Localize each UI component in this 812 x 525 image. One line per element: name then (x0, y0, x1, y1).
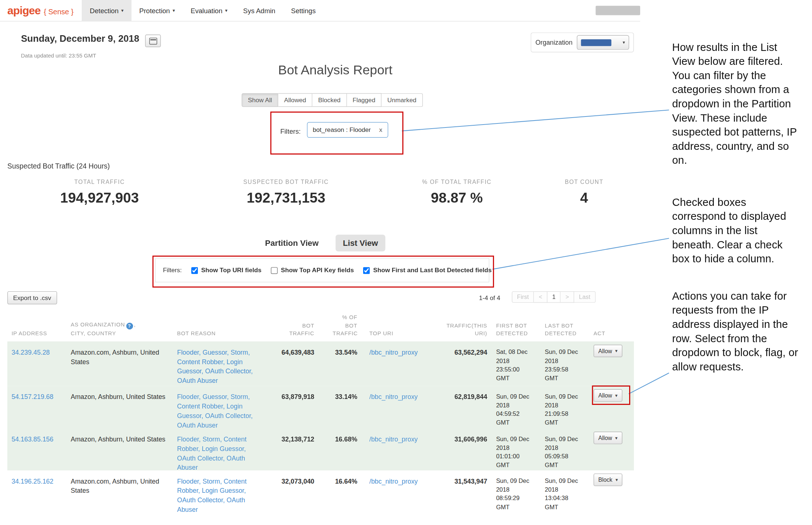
nav-settings[interactable]: Settings (283, 0, 324, 21)
organization-label: Organization (535, 39, 572, 46)
first-bot-detected-cell: Sun, 09 Dec 2018 01:01:00 GMT (496, 435, 539, 470)
chevron-down-icon: ▾ (615, 393, 617, 398)
pagination-prev-button[interactable]: < (534, 291, 547, 303)
act-cell: Allow ▾ (594, 389, 630, 402)
action-label: Block (598, 477, 612, 483)
filter-tag-bot-reason[interactable]: bot_reason : Flooder x (307, 122, 388, 138)
column-header-traffic-this-uri: TRAFFIC(THIS URI) (435, 321, 487, 337)
last-bot-detected-cell: Sun, 09 Dec 2018 23:59:58 GMT (545, 348, 587, 382)
nav-evaluation-label: Evaluation (191, 7, 222, 14)
column-header-pct-bot-traffic: % OF BOT TRAFFIC (333, 313, 357, 337)
pagination-next-button[interactable]: > (561, 291, 574, 303)
top-uri-link[interactable]: /bbc_nitro_proxy (369, 392, 429, 402)
tab-flagged[interactable]: Flagged (347, 93, 381, 107)
table-header: IP ADDRESS AS ORGANIZATION?, CITY, COUNT… (7, 308, 634, 342)
help-icon[interactable]: ? (126, 322, 133, 329)
organization-dropdown[interactable]: ▾ (577, 35, 629, 50)
nav-settings-label: Settings (291, 7, 315, 14)
status-tab-group: Show All Allowed Blocked Flagged Unmarke… (241, 93, 422, 107)
apigee-sense-logo[interactable]: apigee { Sense } (7, 4, 74, 16)
stat-label: BOT COUNT (500, 179, 668, 185)
nav-protection-label: Protection (139, 7, 170, 14)
column-header-top-uri: TOP URI (369, 329, 429, 337)
column-header-text: CITY, COUNTRY (71, 329, 173, 337)
bot-reason-links[interactable]: Flooder, Guessor, Storm, Content Robber,… (177, 392, 260, 430)
pagination-first-button[interactable]: First (512, 291, 534, 303)
annotation-filter-note: How results in the List View below are f… (672, 40, 800, 167)
pct-bot-traffic-cell: 16.64% (333, 477, 357, 486)
checkbox-input[interactable] (363, 267, 370, 274)
checkbox-input[interactable] (191, 267, 198, 274)
export-csv-button[interactable]: Export to .csv (7, 291, 57, 304)
checkbox-input[interactable] (271, 267, 278, 274)
top-uri-link[interactable]: /bbc_nitro_proxy (369, 348, 429, 357)
action-dropdown-button[interactable]: Allow ▾ (594, 389, 622, 402)
checkbox-label: Show Top URI fields (201, 267, 262, 274)
act-cell: Block ▾ (594, 473, 630, 486)
tab-show-all[interactable]: Show All (241, 93, 278, 107)
tab-unmarked[interactable]: Unmarked (381, 93, 422, 107)
page-title: Bot Analysis Report (278, 62, 392, 77)
tab-list-view[interactable]: List View (336, 234, 385, 251)
date-picker-button[interactable] (145, 34, 161, 47)
bot-reason-links[interactable]: Flooder, Storm, Content Robber, Login Gu… (177, 477, 260, 515)
nav-sys-admin[interactable]: Sys Admin (235, 0, 283, 21)
stat-label: SUSPECTED BOT TRAFFIC (202, 179, 370, 185)
ip-link[interactable]: 54.157.219.68 (11, 392, 64, 402)
top-uri-link[interactable]: /bbc_nitro_proxy (369, 477, 429, 486)
column-header-ip: IP ADDRESS (11, 329, 64, 337)
checkbox-label: Show First and Last Bot Detected fields (373, 267, 492, 274)
action-dropdown-button[interactable]: Allow ▾ (594, 432, 622, 444)
ip-link[interactable]: 34.196.25.162 (11, 477, 64, 486)
ip-link[interactable]: 34.239.45.28 (11, 348, 64, 357)
action-dropdown-button[interactable]: Block ▾ (594, 473, 623, 486)
traffic-this-uri-cell: 31,606,996 (435, 435, 487, 444)
bot-reason-links[interactable]: Flooder, Guessor, Storm, Content Robber,… (177, 348, 260, 386)
checkbox-show-top-api-key[interactable]: Show Top API Key fields (271, 267, 354, 274)
nav-evaluation[interactable]: Evaluation ▾ (183, 0, 235, 21)
table-row: 34.239.45.28 Amazon.com, Ashburn, United… (7, 341, 634, 386)
pagination-range: 1-4 of 4 (443, 294, 500, 302)
first-bot-detected-cell: Sun, 09 Dec 2018 04:59:52 GMT (496, 392, 539, 427)
action-dropdown-button[interactable]: Allow ▾ (594, 345, 622, 357)
organization-value-redacted (581, 39, 611, 46)
table-row: 54.157.219.68 Amazon, Ashburn, United St… (7, 386, 634, 429)
checkbox-show-top-uri[interactable]: Show Top URI fields (191, 267, 262, 274)
first-bot-detected-cell: Sun, 09 Dec 2018 08:59:29 GMT (496, 477, 539, 511)
page: apigee { Sense } Detection ▾ Protection … (0, 0, 812, 525)
stat-suspected-bot-traffic: SUSPECTED BOT TRAFFIC 192,731,153 (202, 179, 370, 207)
annotation-checkbox-note: Checked boxes correspond to displayed co… (672, 195, 800, 266)
close-icon[interactable]: x (379, 126, 383, 134)
bot-reason-links[interactable]: Flooder, Storm, Content Robber, Login Gu… (177, 435, 260, 473)
tab-allowed[interactable]: Allowed (278, 93, 313, 107)
pagination-page-1[interactable]: 1 (547, 291, 561, 303)
nav-menu: Detection ▾ Protection ▾ Evaluation ▾ Sy… (82, 0, 324, 21)
checkbox-show-first-last-bot[interactable]: Show First and Last Bot Detected fields (363, 267, 491, 274)
report-date: Sunday, December 9, 2018 (21, 33, 139, 44)
act-cell: Allow ▾ (594, 432, 630, 444)
act-cell: Allow ▾ (594, 345, 630, 357)
annotation-actions-note: Actions you can take for requests from t… (672, 289, 800, 374)
sense-wordmark: { Sense } (44, 7, 73, 16)
column-header-text: AS ORGANIZATION (71, 321, 125, 327)
section-title-suspected-traffic: Suspected Bot Traffic (24 Hours) (7, 162, 110, 170)
last-bot-detected-cell: Sun, 09 Dec 2018 21:09:58 GMT (545, 392, 587, 427)
traffic-this-uri-cell: 63,562,294 (435, 348, 487, 357)
nav-detection[interactable]: Detection ▾ (82, 0, 132, 21)
data-updated-note: Data updated until: 23:55 GMT (21, 52, 96, 59)
as-organization-cell: Amazon, Ashburn, United States (71, 392, 173, 402)
filters-label: Filters: (280, 127, 301, 135)
tab-partition-view[interactable]: Partition View (265, 239, 318, 248)
column-header-bot-traffic: BOT TRAFFIC (288, 321, 314, 337)
ip-link[interactable]: 54.163.85.156 (11, 435, 64, 444)
column-header-as-organization: AS ORGANIZATION?, CITY, COUNTRY (71, 321, 173, 337)
action-label: Allow (598, 435, 612, 441)
chevron-down-icon: ▾ (121, 8, 123, 13)
nav-protection[interactable]: Protection ▾ (132, 0, 183, 21)
tab-blocked[interactable]: Blocked (313, 93, 347, 107)
stat-value: 194,927,903 (16, 190, 183, 206)
column-header-bot-reason: BOT REASON (177, 329, 258, 337)
calendar-icon (149, 37, 157, 44)
pagination-last-button[interactable]: Last (574, 291, 595, 303)
top-uri-link[interactable]: /bbc_nitro_proxy (369, 435, 429, 444)
